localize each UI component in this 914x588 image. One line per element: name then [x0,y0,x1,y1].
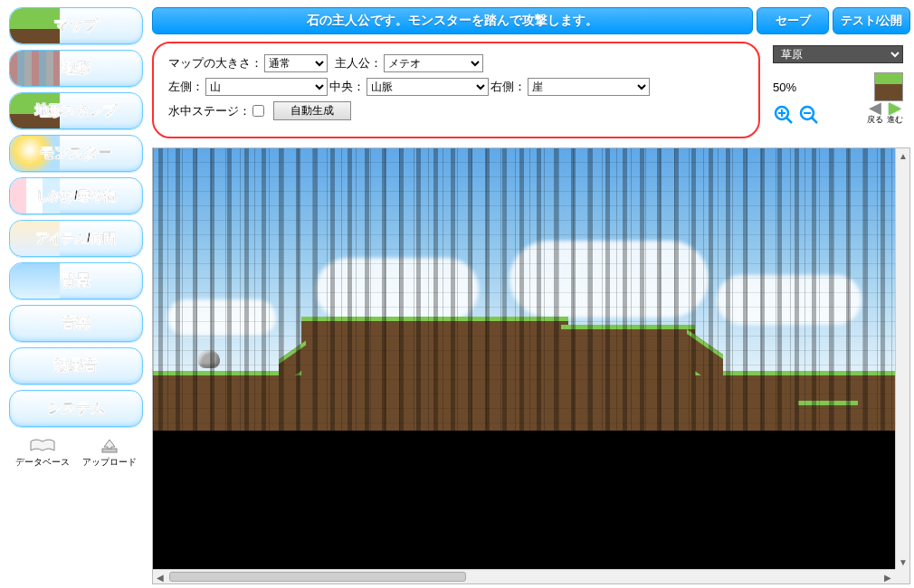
canvas-viewport[interactable] [153,148,895,569]
redo-label: 進む [887,114,903,126]
triangle-right-icon: ▶ [887,101,903,114]
hint-message: 石の主人公です。モンスターを踏んで攻撃します。 [152,7,753,34]
terrain-button[interactable]: 地形 [9,50,143,87]
center-select[interactable]: 山脈 [367,78,489,96]
left-select[interactable]: 山 [205,78,328,96]
scroll-left-icon[interactable]: ◀ [153,570,167,584]
map-size-label: マップの大きさ： [168,55,262,71]
sidebar-item-label: モンスター [40,144,112,163]
book-icon [15,436,70,456]
svg-line-6 [812,118,817,123]
sidebar: マップ 地形 地形スタンプ モンスター しかけ/乗り物 アイテム/仲間 背景 音… [4,7,148,584]
scroll-thumb[interactable] [169,572,466,582]
background-button[interactable]: 背景 [9,262,143,299]
vertical-scrollbar[interactable]: ▲ ▼ [895,148,909,569]
config-panel: マップの大きさ： 通常 主人公： メテオ 左側： 山 中央： 山脈 右側： 崖 … [152,42,760,138]
right-select[interactable]: 崖 [528,78,650,96]
upload-icon [82,436,137,456]
triangle-left-icon: ◀ [867,101,883,114]
upload-button[interactable]: アップロード [82,436,137,469]
map-size-select[interactable]: 通常 [264,54,328,72]
sidebar-item-label: 背景 [62,271,90,290]
underwater-label: 水中ステージ： [168,103,251,119]
upload-label: アップロード [82,456,137,469]
zoom-out-button[interactable] [798,104,820,126]
tileset-select[interactable]: 草原 [773,45,903,63]
underwater-checkbox[interactable] [252,105,264,117]
redo-button[interactable]: ▶ 進む [887,101,903,126]
monster-button[interactable]: モンスター [9,135,143,172]
tile-swatch[interactable] [874,72,903,101]
svg-rect-0 [102,449,117,452]
sidebar-item-label: しかけ/乗り物 [36,188,116,204]
music-button[interactable]: 音楽 [9,305,143,342]
map-canvas[interactable]: ▲ ▼ ◀ ▶ [152,147,910,584]
void-layer [153,431,895,569]
save-button[interactable]: セーブ [757,7,829,34]
horizontal-scrollbar[interactable]: ◀ ▶ [153,569,895,583]
database-button[interactable]: データベース [15,436,70,469]
item-ally-button[interactable]: アイテム/仲間 [9,220,143,257]
database-label: データベース [15,456,70,469]
map-icon [10,8,60,43]
hero-label: 主人公： [335,55,382,71]
map-button[interactable]: マップ [9,7,143,44]
sidebar-item-label: 地形スタンプ [35,102,117,119]
hero-select[interactable]: メテオ [384,54,483,72]
right-label: 右側： [490,79,526,95]
undo-button[interactable]: ◀ 戻る [867,101,883,126]
undo-label: 戻る [867,114,883,126]
sidebar-item-label: マップ [54,16,98,35]
sidebar-item-label: 地形 [62,59,90,78]
autogen-button[interactable]: 自動生成 [273,101,351,120]
left-label: 左側： [168,79,204,95]
zoom-percent: 50% [773,81,871,94]
zoom-in-button[interactable] [773,104,795,126]
scroll-right-icon[interactable]: ▶ [881,570,895,584]
terrain-icon [10,51,60,86]
center-label: 中央： [329,79,365,95]
sidebar-footer: データベース アップロード [9,436,143,469]
test-publish-button[interactable]: テスト/公開 [833,7,910,34]
sidebar-item-label: 音楽 [62,314,90,333]
system-button[interactable]: システム [9,390,143,427]
app-root: マップ 地形 地形スタンプ モンスター しかけ/乗り物 アイテム/仲間 背景 音… [0,0,914,588]
sidebar-item-label: 効果音 [54,356,98,375]
main-area: 石の主人公です。モンスターを踏んで攻撃します。 セーブ テスト/公開 マップの大… [148,7,910,584]
sidebar-item-label: アイテム/仲間 [36,231,116,247]
config-row: マップの大きさ： 通常 主人公： メテオ 左側： 山 中央： 山脈 右側： 崖 … [152,42,910,138]
terrain-stamp-button[interactable]: 地形スタンプ [9,92,143,129]
sidebar-item-label: システム [47,399,105,418]
topbar: 石の主人公です。モンスターを踏んで攻撃します。 セーブ テスト/公開 [152,7,910,34]
scroll-down-icon[interactable]: ▼ [896,555,910,569]
scroll-up-icon[interactable]: ▲ [896,148,910,163]
trick-vehicle-button[interactable]: しかけ/乗り物 [9,177,143,214]
bg-icon [10,263,60,299]
sfx-button[interactable]: 効果音 [9,347,143,384]
scroll-corner [895,569,909,583]
tileset-panel: 草原 50% ◀ 戻る [766,42,910,138]
player-sprite[interactable] [198,350,220,368]
svg-line-2 [786,118,792,123]
